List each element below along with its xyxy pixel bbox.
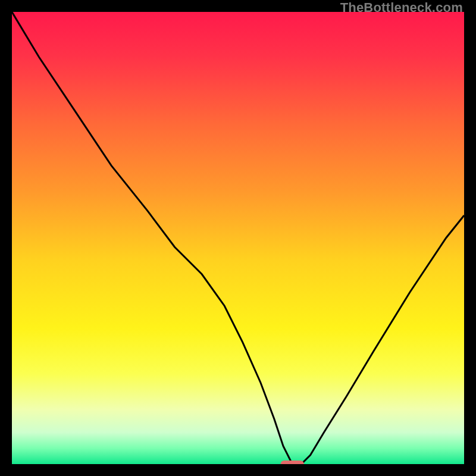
gradient-background (12, 12, 464, 464)
plot-area (12, 12, 464, 464)
optimal-marker (281, 461, 304, 464)
chart-frame: TheBottleneck.com (0, 0, 476, 476)
bottleneck-chart (12, 12, 464, 464)
